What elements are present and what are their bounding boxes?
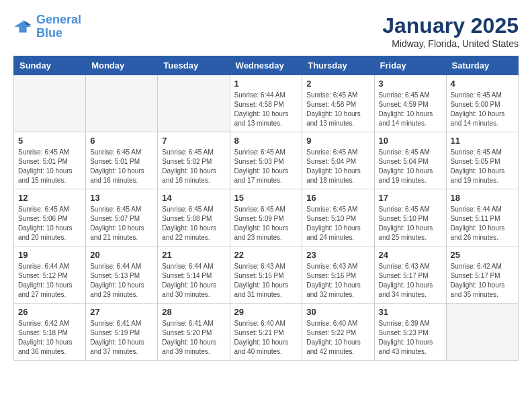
calendar-cell: 6Sunrise: 6:45 AM Sunset: 5:01 PM Daylig… <box>86 132 158 189</box>
week-row: 19Sunrise: 6:44 AM Sunset: 5:12 PM Dayli… <box>14 246 519 304</box>
calendar-cell: 7Sunrise: 6:45 AM Sunset: 5:02 PM Daylig… <box>158 132 230 189</box>
day-info: Sunrise: 6:45 AM Sunset: 5:10 PM Dayligh… <box>379 205 442 242</box>
calendar-cell: 10Sunrise: 6:45 AM Sunset: 5:04 PM Dayli… <box>374 132 446 189</box>
calendar-cell <box>14 75 86 132</box>
day-number: 1 <box>234 79 298 89</box>
week-row: 12Sunrise: 6:45 AM Sunset: 5:06 PM Dayli… <box>14 189 519 246</box>
calendar-cell <box>158 75 230 132</box>
title-area: January 2025 Midway, Florida, United Sta… <box>382 13 519 49</box>
day-number: 27 <box>90 307 153 317</box>
day-number: 23 <box>306 250 369 260</box>
calendar-cell: 11Sunrise: 6:45 AM Sunset: 5:05 PM Dayli… <box>446 132 518 189</box>
day-number: 22 <box>234 250 298 260</box>
svg-marker-0 <box>14 21 31 32</box>
day-info: Sunrise: 6:42 AM Sunset: 5:18 PM Dayligh… <box>18 319 81 357</box>
calendar-cell: 28Sunrise: 6:41 AM Sunset: 5:20 PM Dayli… <box>158 304 230 361</box>
day-info: Sunrise: 6:43 AM Sunset: 5:15 PM Dayligh… <box>234 262 298 300</box>
weekday-header: Thursday <box>302 56 374 75</box>
weekday-header: Friday <box>374 56 446 75</box>
calendar-cell: 8Sunrise: 6:45 AM Sunset: 5:03 PM Daylig… <box>230 132 302 189</box>
calendar-subtitle: Midway, Florida, United States <box>382 38 519 49</box>
day-number: 13 <box>90 193 153 203</box>
day-number: 12 <box>18 193 81 203</box>
calendar-cell: 9Sunrise: 6:45 AM Sunset: 5:04 PM Daylig… <box>302 132 374 189</box>
day-info: Sunrise: 6:41 AM Sunset: 5:20 PM Dayligh… <box>162 319 225 357</box>
day-info: Sunrise: 6:45 AM Sunset: 5:03 PM Dayligh… <box>234 148 298 185</box>
day-info: Sunrise: 6:44 AM Sunset: 5:11 PM Dayligh… <box>451 205 514 242</box>
day-info: Sunrise: 6:45 AM Sunset: 5:04 PM Dayligh… <box>379 148 442 185</box>
logo: General Blue <box>13 13 81 40</box>
day-info: Sunrise: 6:45 AM Sunset: 5:09 PM Dayligh… <box>234 205 298 242</box>
day-number: 25 <box>451 250 514 260</box>
day-info: Sunrise: 6:43 AM Sunset: 5:17 PM Dayligh… <box>379 262 442 300</box>
day-info: Sunrise: 6:45 AM Sunset: 4:59 PM Dayligh… <box>379 91 442 128</box>
calendar-cell: 17Sunrise: 6:45 AM Sunset: 5:10 PM Dayli… <box>374 189 446 246</box>
day-number: 29 <box>234 307 298 317</box>
calendar-cell: 26Sunrise: 6:42 AM Sunset: 5:18 PM Dayli… <box>14 304 86 361</box>
day-number: 10 <box>379 136 442 146</box>
day-info: Sunrise: 6:40 AM Sunset: 5:22 PM Dayligh… <box>306 319 369 357</box>
day-info: Sunrise: 6:45 AM Sunset: 5:05 PM Dayligh… <box>451 148 514 185</box>
day-number: 8 <box>234 136 298 146</box>
day-number: 15 <box>234 193 298 203</box>
calendar-cell: 4Sunrise: 6:45 AM Sunset: 5:00 PM Daylig… <box>446 75 518 132</box>
day-info: Sunrise: 6:44 AM Sunset: 5:13 PM Dayligh… <box>90 262 153 300</box>
day-info: Sunrise: 6:45 AM Sunset: 5:00 PM Dayligh… <box>451 91 514 128</box>
day-number: 18 <box>451 193 514 203</box>
week-row: 1Sunrise: 6:44 AM Sunset: 4:58 PM Daylig… <box>14 75 519 132</box>
day-info: Sunrise: 6:45 AM Sunset: 5:08 PM Dayligh… <box>162 205 225 242</box>
day-number: 20 <box>90 250 153 260</box>
calendar-cell: 19Sunrise: 6:44 AM Sunset: 5:12 PM Dayli… <box>14 246 86 304</box>
day-info: Sunrise: 6:41 AM Sunset: 5:19 PM Dayligh… <box>90 319 153 357</box>
calendar-cell: 31Sunrise: 6:39 AM Sunset: 5:23 PM Dayli… <box>374 304 446 361</box>
calendar-cell: 16Sunrise: 6:45 AM Sunset: 5:10 PM Dayli… <box>302 189 374 246</box>
weekday-header: Wednesday <box>230 56 302 75</box>
weekday-header: Tuesday <box>158 56 230 75</box>
day-number: 28 <box>162 307 225 317</box>
calendar-cell: 29Sunrise: 6:40 AM Sunset: 5:21 PM Dayli… <box>230 304 302 361</box>
day-number: 17 <box>379 193 442 203</box>
day-number: 9 <box>306 136 369 146</box>
calendar-cell <box>86 75 158 132</box>
day-number: 4 <box>451 79 514 89</box>
logo-line2: Blue <box>36 26 62 40</box>
day-number: 6 <box>90 136 153 146</box>
calendar-cell: 21Sunrise: 6:44 AM Sunset: 5:14 PM Dayli… <box>158 246 230 304</box>
day-number: 24 <box>379 250 442 260</box>
day-info: Sunrise: 6:45 AM Sunset: 5:02 PM Dayligh… <box>162 148 225 185</box>
day-info: Sunrise: 6:44 AM Sunset: 5:14 PM Dayligh… <box>162 262 225 300</box>
day-info: Sunrise: 6:44 AM Sunset: 4:58 PM Dayligh… <box>234 91 298 128</box>
day-info: Sunrise: 6:45 AM Sunset: 5:10 PM Dayligh… <box>306 205 369 242</box>
day-number: 14 <box>162 193 225 203</box>
calendar-cell: 20Sunrise: 6:44 AM Sunset: 5:13 PM Dayli… <box>86 246 158 304</box>
day-info: Sunrise: 6:45 AM Sunset: 5:01 PM Dayligh… <box>18 148 81 185</box>
day-number: 2 <box>306 79 369 89</box>
day-info: Sunrise: 6:45 AM Sunset: 5:07 PM Dayligh… <box>90 205 153 242</box>
day-info: Sunrise: 6:45 AM Sunset: 5:04 PM Dayligh… <box>306 148 369 185</box>
day-number: 19 <box>18 250 81 260</box>
day-info: Sunrise: 6:43 AM Sunset: 5:16 PM Dayligh… <box>306 262 369 300</box>
day-number: 11 <box>451 136 514 146</box>
calendar-cell: 27Sunrise: 6:41 AM Sunset: 5:19 PM Dayli… <box>86 304 158 361</box>
calendar-title: January 2025 <box>382 13 519 38</box>
week-row: 5Sunrise: 6:45 AM Sunset: 5:01 PM Daylig… <box>14 132 519 189</box>
logo-text: General Blue <box>36 13 81 40</box>
page-header: General Blue January 2025 Midway, Florid… <box>13 13 519 49</box>
day-info: Sunrise: 6:45 AM Sunset: 5:06 PM Dayligh… <box>18 205 81 242</box>
weekday-header: Sunday <box>14 56 86 75</box>
day-info: Sunrise: 6:44 AM Sunset: 5:12 PM Dayligh… <box>18 262 81 300</box>
calendar-cell: 5Sunrise: 6:45 AM Sunset: 5:01 PM Daylig… <box>14 132 86 189</box>
day-info: Sunrise: 6:40 AM Sunset: 5:21 PM Dayligh… <box>234 319 298 357</box>
calendar-cell: 14Sunrise: 6:45 AM Sunset: 5:08 PM Dayli… <box>158 189 230 246</box>
day-info: Sunrise: 6:45 AM Sunset: 4:58 PM Dayligh… <box>306 91 369 128</box>
logo-line1: General <box>36 13 81 26</box>
weekday-header-row: SundayMondayTuesdayWednesdayThursdayFrid… <box>14 56 519 75</box>
calendar-cell: 12Sunrise: 6:45 AM Sunset: 5:06 PM Dayli… <box>14 189 86 246</box>
day-info: Sunrise: 6:42 AM Sunset: 5:17 PM Dayligh… <box>451 262 514 300</box>
calendar-table: SundayMondayTuesdayWednesdayThursdayFrid… <box>13 56 519 361</box>
calendar-cell: 24Sunrise: 6:43 AM Sunset: 5:17 PM Dayli… <box>374 246 446 304</box>
calendar-cell: 23Sunrise: 6:43 AM Sunset: 5:16 PM Dayli… <box>302 246 374 304</box>
logo-icon <box>13 17 32 36</box>
calendar-cell: 13Sunrise: 6:45 AM Sunset: 5:07 PM Dayli… <box>86 189 158 246</box>
calendar-cell: 25Sunrise: 6:42 AM Sunset: 5:17 PM Dayli… <box>446 246 518 304</box>
